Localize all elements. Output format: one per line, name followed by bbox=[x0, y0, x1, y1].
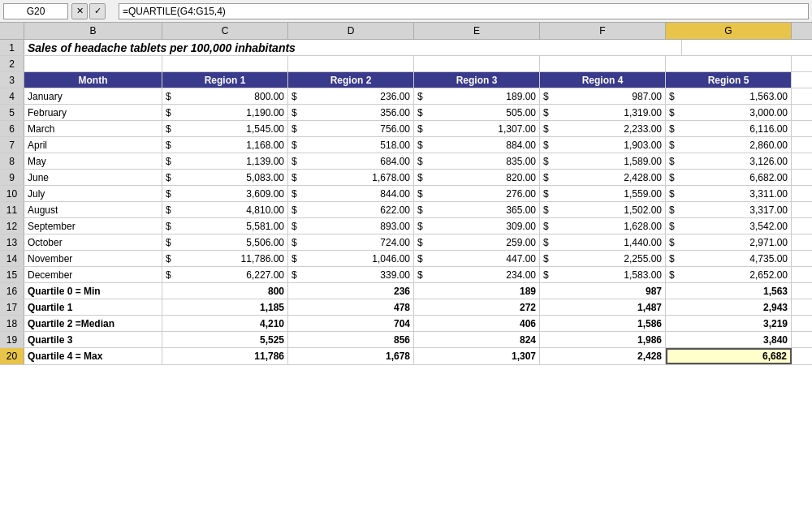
table-row: 10 July $3,609.00 $844.00 $276.00 $1,559… bbox=[0, 186, 812, 202]
row-number: 9 bbox=[0, 170, 24, 185]
header-region1: Region 1 bbox=[162, 72, 288, 88]
table-row: 20 Quartile 4 = Max 11,786 1,678 1,307 2… bbox=[0, 348, 812, 365]
cell-region1: $6,227.00 bbox=[162, 267, 288, 282]
formula-confirm-btn[interactable]: ✓ bbox=[89, 3, 106, 19]
cell-month: May bbox=[24, 153, 162, 169]
money-value: $1,168.00 bbox=[166, 140, 284, 151]
quartile-c: 11,786 bbox=[162, 348, 288, 364]
table-row: 5 February $1,190.00 $356.00 $505.00 $1,… bbox=[0, 105, 812, 121]
row-number: 11 bbox=[0, 202, 24, 217]
money-value: $276.00 bbox=[417, 188, 536, 200]
cell-month: April bbox=[24, 137, 162, 153]
quartile-label: Quartile 1 bbox=[24, 299, 162, 315]
row-number: 19 bbox=[0, 332, 24, 347]
col-header-c[interactable]: C bbox=[162, 23, 288, 39]
cell-region3: $884.00 bbox=[414, 137, 540, 153]
column-headers-row: B C D E F G bbox=[0, 23, 812, 40]
cell-region3: $505.00 bbox=[414, 105, 540, 120]
cell-region4: $2,233.00 bbox=[540, 121, 666, 136]
money-value: $724.00 bbox=[292, 237, 410, 248]
money-value: $2,971.00 bbox=[669, 237, 788, 248]
cell-month: December bbox=[24, 267, 162, 282]
money-value: $835.00 bbox=[417, 156, 536, 167]
cell-region3: $365.00 bbox=[414, 202, 540, 217]
cell-region4: $2,428.00 bbox=[540, 170, 666, 185]
cell-b2 bbox=[24, 56, 162, 71]
cell-region5: $2,971.00 bbox=[666, 234, 792, 250]
money-value: $234.00 bbox=[417, 269, 536, 281]
cell-month: July bbox=[24, 186, 162, 201]
cell-f2 bbox=[540, 56, 666, 71]
cell-region5: $3,311.00 bbox=[666, 186, 792, 201]
quartile-g: 3,840 bbox=[666, 332, 792, 347]
table-row: 12 September $5,581.00 $893.00 $309.00 $… bbox=[0, 218, 812, 234]
cell-region3: $189.00 bbox=[414, 88, 540, 104]
col-header-b[interactable]: B bbox=[24, 23, 162, 39]
table-row: 14 November $11,786.00 $1,046.00 $447.00… bbox=[0, 251, 812, 267]
money-value: $309.00 bbox=[417, 221, 536, 232]
table-row: 19 Quartile 3 5,525 856 824 1,986 3,840 bbox=[0, 332, 812, 348]
quartile-f: 2,428 bbox=[540, 348, 666, 364]
quartile-g: 3,219 bbox=[666, 316, 792, 331]
money-value: $189.00 bbox=[417, 91, 536, 102]
table-row: 8 May $1,139.00 $684.00 $835.00 $1,589.0… bbox=[0, 153, 812, 170]
formula-cancel-btn[interactable]: ✕ bbox=[71, 3, 88, 19]
cell-month: June bbox=[24, 170, 162, 185]
formula-bar: ✕ ✓ bbox=[0, 0, 812, 23]
row-number: 18 bbox=[0, 316, 24, 331]
spreadsheet: B C D E F G 1 Sales of headache tablets … bbox=[0, 23, 812, 365]
header-row: 3 Month Region 1 Region 2 Region 3 Regio… bbox=[0, 72, 812, 88]
col-header-g[interactable]: G bbox=[666, 23, 792, 39]
money-value: $3,609.00 bbox=[166, 188, 284, 200]
table-row: 9 June $5,083.00 $1,678.00 $820.00 $2,42… bbox=[0, 170, 812, 186]
money-value: $1,190.00 bbox=[166, 107, 284, 118]
cell-region1: $5,581.00 bbox=[162, 218, 288, 234]
col-header-f[interactable]: F bbox=[540, 23, 666, 39]
header-region2: Region 2 bbox=[288, 72, 414, 88]
money-value: $3,317.00 bbox=[669, 204, 788, 216]
money-value: $5,581.00 bbox=[166, 221, 284, 232]
quartile-g[interactable]: 6,682 bbox=[666, 348, 792, 364]
table-row: 16 Quartile 0 = Min 800 236 189 987 1,56… bbox=[0, 283, 812, 299]
cell-region2: $339.00 bbox=[288, 267, 414, 282]
row-number: 14 bbox=[0, 251, 24, 266]
row-number: 17 bbox=[0, 299, 24, 315]
row-number: 20 bbox=[0, 348, 24, 364]
cell-region2: $893.00 bbox=[288, 218, 414, 234]
money-value: $3,311.00 bbox=[669, 188, 788, 200]
money-value: $844.00 bbox=[292, 188, 410, 200]
cell-region2: $622.00 bbox=[288, 202, 414, 217]
cell-region2: $684.00 bbox=[288, 153, 414, 169]
cell-region1: $800.00 bbox=[162, 88, 288, 104]
row-number: 7 bbox=[0, 137, 24, 153]
table-row: 7 April $1,168.00 $518.00 $884.00 $1,903… bbox=[0, 137, 812, 153]
col-header-d[interactable]: D bbox=[288, 23, 414, 39]
cell-region5: $2,860.00 bbox=[666, 137, 792, 153]
header-month: Month bbox=[24, 72, 162, 88]
spreadsheet-title: Sales of headache tablets per 100,000 in… bbox=[28, 41, 296, 54]
row-number: 2 bbox=[0, 56, 24, 71]
cell-region5: $1,563.00 bbox=[666, 88, 792, 104]
quartile-f: 1,586 bbox=[540, 316, 666, 331]
cell-region3: $276.00 bbox=[414, 186, 540, 201]
cell-region3: $259.00 bbox=[414, 234, 540, 250]
table-row: 1 Sales of headache tablets per 100,000 … bbox=[0, 40, 812, 56]
cell-month: February bbox=[24, 105, 162, 120]
table-row: 17 Quartile 1 1,185 478 272 1,487 2,943 bbox=[0, 299, 812, 316]
cell-region5: $3,542.00 bbox=[666, 218, 792, 234]
cell-region4: $1,583.00 bbox=[540, 267, 666, 282]
col-header-e[interactable]: E bbox=[414, 23, 540, 39]
quartile-d: 478 bbox=[288, 299, 414, 315]
quartile-g: 1,563 bbox=[666, 283, 792, 299]
cell-region2: $1,046.00 bbox=[288, 251, 414, 266]
money-value: $1,903.00 bbox=[543, 140, 662, 151]
money-value: $2,255.00 bbox=[543, 253, 662, 264]
row-number: 12 bbox=[0, 218, 24, 234]
cell-region1: $11,786.00 bbox=[162, 251, 288, 266]
quartile-c: 800 bbox=[162, 283, 288, 299]
quartile-label: Quartile 4 = Max bbox=[24, 348, 162, 364]
title-cell: Sales of headache tablets per 100,000 in… bbox=[24, 40, 682, 55]
table-row: 13 October $5,506.00 $724.00 $259.00 $1,… bbox=[0, 234, 812, 251]
formula-input[interactable] bbox=[119, 3, 809, 19]
cell-reference-box[interactable] bbox=[3, 3, 68, 19]
